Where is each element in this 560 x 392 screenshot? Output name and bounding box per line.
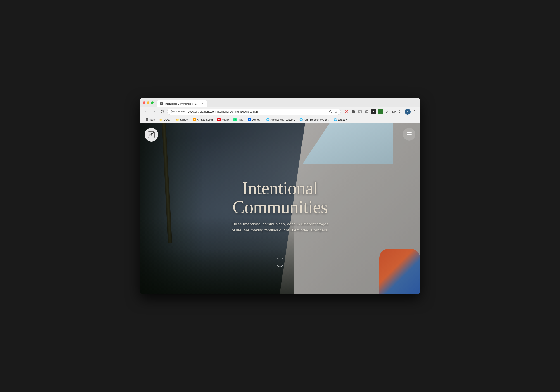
- website-content: Intentional Communities Three intentiona…: [140, 123, 420, 294]
- netflix-icon: N: [217, 118, 220, 121]
- tab-close-button[interactable]: ×: [201, 102, 204, 105]
- title-bar: S Intentional Communities | Soul × +: [140, 98, 420, 107]
- bookmarks-bar: Apps 📁 DOSA 📁 School a Amazon.com N Netf…: [140, 116, 420, 123]
- hamburger-line-2: [407, 134, 412, 135]
- bookmark-star-icon[interactable]: [334, 110, 338, 114]
- svg-point-4: [171, 112, 172, 112]
- address-bar-icons: [328, 110, 338, 114]
- profile-button[interactable]: N: [405, 109, 410, 115]
- ext-green-icon[interactable]: h: [378, 109, 383, 115]
- tabs-area: S Intentional Communities | Soul × +: [157, 98, 417, 107]
- amazon-icon: a: [193, 118, 196, 121]
- bookmark-hulu[interactable]: h Hulu: [232, 118, 245, 122]
- grid-extension-icon[interactable]: [398, 109, 404, 115]
- browser-window: S Intentional Communities | Soul × + Not…: [140, 98, 420, 294]
- bookmark-wayback[interactable]: 🌐 Archive with Wayb...: [264, 118, 297, 122]
- close-button[interactable]: [143, 101, 145, 104]
- bookmark-netflix[interactable]: N Netflix: [216, 118, 231, 122]
- hamburger-menu-button[interactable]: [403, 128, 415, 141]
- eyedropper-icon[interactable]: [384, 109, 390, 115]
- active-tab[interactable]: S Intentional Communities | Soul ×: [157, 100, 207, 107]
- hero-title-line1: Intentional: [242, 178, 318, 198]
- bookmark-tota11y-label: tota11y: [338, 118, 347, 121]
- hamburger-line-3: [407, 136, 412, 136]
- hero-section: Intentional Communities Three intentiona…: [140, 123, 420, 294]
- bookmark-dosa-label: DOSA: [163, 118, 171, 121]
- hero-text-block: Intentional Communities Three intentiona…: [212, 179, 348, 233]
- bookmark-amazon-label: Amazon.com: [197, 118, 213, 121]
- url-display: 2020.soulofathens.com/intentional-commun…: [188, 110, 327, 113]
- scroll-circle: [277, 257, 283, 267]
- reader-mode-icon[interactable]: [357, 109, 363, 115]
- svg-rect-19: [401, 110, 402, 111]
- bookmark-amazon[interactable]: a Amazon.com: [191, 118, 215, 122]
- svg-marker-7: [335, 110, 337, 113]
- new-tab-button[interactable]: +: [207, 101, 213, 107]
- bookmark-hulu-label: Hulu: [238, 118, 243, 121]
- svg-line-6: [331, 112, 331, 113]
- bookmark-disney[interactable]: D Disney+: [246, 118, 263, 122]
- bookmark-apps-label: Apps: [149, 118, 155, 121]
- bookmark-school[interactable]: 📁 School: [174, 118, 190, 122]
- scroll-indicator[interactable]: [277, 257, 283, 281]
- globe-icon-responsive: 🌐: [300, 118, 303, 121]
- toolbar-icons: f? ⊞ R h NP N ⋮: [344, 109, 417, 115]
- forward-button[interactable]: [151, 108, 157, 115]
- bookmark-manager-icon[interactable]: f?: [350, 109, 356, 115]
- np-extension-icon[interactable]: NP: [391, 109, 397, 115]
- traffic-lights: [143, 101, 154, 104]
- minimize-button[interactable]: [147, 101, 150, 104]
- extensions-icon[interactable]: ⊞: [364, 109, 370, 115]
- hamburger-line-1: [407, 132, 412, 133]
- svg-text:S: S: [161, 103, 162, 105]
- svg-text:⊞: ⊞: [366, 110, 368, 113]
- address-bar[interactable]: Not Secure | 2020.soulofathens.com/inten…: [167, 108, 341, 115]
- more-options-button[interactable]: ⋮: [411, 109, 417, 114]
- globe-icon-tota11y: 🌐: [334, 118, 337, 121]
- site-logo[interactable]: [145, 128, 158, 142]
- disney-icon: D: [248, 118, 251, 121]
- tab-title: Intentional Communities | Soul: [165, 102, 199, 105]
- bookmark-dosa[interactable]: 📁 DOSA: [157, 118, 173, 122]
- bookmark-tota11y[interactable]: 🌐 tota11y: [332, 118, 349, 122]
- svg-text:f?: f?: [353, 111, 354, 113]
- bookmark-responsive[interactable]: 🌐 Am I Responsive B...: [298, 118, 331, 122]
- ext-roblox[interactable]: R: [371, 109, 377, 115]
- scroll-dot: [280, 259, 280, 261]
- nav-bar: Not Secure | 2020.soulofathens.com/inten…: [140, 107, 420, 116]
- svg-point-9: [346, 111, 347, 112]
- security-indicator: Not Secure: [170, 110, 185, 113]
- bookmark-disney-label: Disney+: [252, 118, 262, 121]
- back-button[interactable]: [143, 108, 149, 115]
- apps-grid-icon: [145, 118, 148, 121]
- folder-icon-school: 📁: [176, 118, 179, 121]
- tab-favicon: S: [160, 102, 163, 105]
- scroll-line: [280, 267, 280, 281]
- svg-rect-20: [400, 112, 400, 113]
- globe-icon-wayback: 🌐: [266, 118, 270, 121]
- folder-icon: 📁: [159, 118, 163, 121]
- bookmark-wayback-label: Archive with Wayb...: [270, 118, 295, 121]
- vehicle-element: [379, 249, 420, 294]
- hero-subtitle: Three intentional communities, each in d…: [212, 221, 348, 233]
- hero-title-line2: Communities: [232, 197, 328, 217]
- maximize-button[interactable]: [151, 101, 154, 104]
- color-picker-icon[interactable]: [344, 109, 350, 115]
- bookmark-apps[interactable]: Apps: [143, 118, 157, 122]
- hulu-icon: h: [233, 118, 237, 121]
- bookmark-school-label: School: [180, 118, 188, 121]
- bookmark-responsive-label: Am I Responsive B...: [304, 118, 329, 121]
- svg-rect-18: [400, 110, 400, 111]
- svg-rect-21: [401, 112, 402, 113]
- bookmark-netflix-label: Netflix: [221, 118, 229, 121]
- hero-title: Intentional Communities: [212, 179, 348, 216]
- search-icon[interactable]: [328, 110, 332, 114]
- reload-button[interactable]: [159, 108, 165, 115]
